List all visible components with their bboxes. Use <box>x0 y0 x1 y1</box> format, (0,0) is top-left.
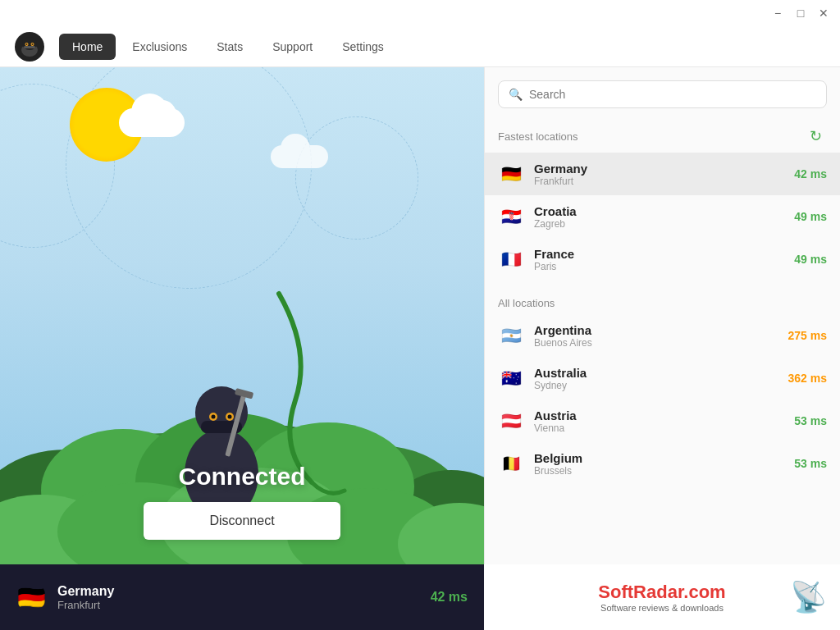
connection-status-label: Connected <box>178 463 305 491</box>
all-locations-header: All locations <box>485 287 840 314</box>
nav-stats[interactable]: Stats <box>203 34 256 60</box>
location-city-germany: Frankfurt <box>534 176 784 187</box>
location-info-australia: Australia Sydney <box>534 366 778 391</box>
location-city-australia: Sydney <box>534 380 778 391</box>
flag-australia: 🇦🇺 <box>498 365 524 391</box>
fastest-locations-header: Fastest locations ↻ <box>485 115 840 153</box>
status-city: Frankfurt <box>57 599 419 611</box>
ping-germany: 42 ms <box>794 167 827 180</box>
location-info-france: France Paris <box>534 247 784 272</box>
all-locations-title: All locations <box>498 297 555 309</box>
ping-australia: 362 ms <box>788 372 827 385</box>
nav-home[interactable]: Home <box>59 34 116 60</box>
flag-austria: 🇦🇹 <box>498 408 524 434</box>
close-button[interactable]: ✕ <box>814 3 833 23</box>
location-city-france: Paris <box>534 261 784 272</box>
search-input[interactable] <box>529 88 816 101</box>
flag-germany: 🇩🇪 <box>498 161 524 187</box>
status-bar: 🇩🇪 Germany Frankfurt 42 ms <box>0 564 484 630</box>
search-box[interactable]: 🔍 <box>498 80 827 108</box>
location-info-argentina: Argentina Buenos Aires <box>534 323 778 349</box>
status-country-info: Germany Frankfurt <box>57 584 419 611</box>
flag-belgium: 🇧🇪 <box>498 450 524 477</box>
location-name-croatia: Croatia <box>534 204 784 218</box>
disconnect-button[interactable]: Disconnect <box>144 502 340 540</box>
maximize-button[interactable]: □ <box>791 3 810 23</box>
search-icon: 🔍 <box>509 88 523 101</box>
location-info-belgium: Belgium Brussels <box>534 451 784 477</box>
status-country-name: Germany <box>57 584 419 599</box>
location-city-austria: Vienna <box>534 422 784 434</box>
location-info-croatia: Croatia Zagreb <box>534 204 784 230</box>
refresh-button[interactable]: ↻ <box>804 125 827 148</box>
search-container: 🔍 <box>485 67 840 115</box>
fastest-locations-title: Fastest locations <box>498 130 578 143</box>
ping-argentina: 275 ms <box>788 329 827 342</box>
location-item-austria[interactable]: 🇦🇹 Austria Vienna 53 ms <box>485 399 840 442</box>
nav-bar: Home Exclusions Stats Support Settings <box>0 26 840 67</box>
minimize-button[interactable]: − <box>768 3 788 23</box>
nav-settings[interactable]: Settings <box>329 34 397 60</box>
ping-croatia: 49 ms <box>794 210 827 223</box>
ping-belgium: 53 ms <box>794 457 827 470</box>
location-item-australia[interactable]: 🇦🇺 Australia Sydney 362 ms <box>485 357 840 399</box>
location-item-belgium[interactable]: 🇧🇪 Belgium Brussels 53 ms <box>485 442 840 485</box>
svg-point-27 <box>228 415 232 419</box>
right-panel: 🔍 Fastest locations ↻ 🇩🇪 Germany Frankfu… <box>484 67 840 630</box>
status-ping: 42 ms <box>431 590 468 605</box>
location-name-belgium: Belgium <box>534 451 784 465</box>
location-item-france[interactable]: 🇫🇷 France Paris 49 ms <box>485 238 840 281</box>
flag-france: 🇫🇷 <box>498 246 524 272</box>
location-city-croatia: Zagreb <box>534 218 784 230</box>
watermark-subtitle: Software reviews & downloads <box>600 603 724 613</box>
location-info-austria: Austria Vienna <box>534 409 784 434</box>
location-name-argentina: Argentina <box>534 323 778 337</box>
location-name-germany: Germany <box>534 162 784 176</box>
ping-austria: 53 ms <box>794 414 827 427</box>
location-name-austria: Austria <box>534 409 784 422</box>
watermark-icon: 📡 <box>790 580 827 614</box>
location-name-france: France <box>534 247 784 261</box>
flag-argentina: 🇦🇷 <box>498 322 524 349</box>
svg-rect-3 <box>24 46 35 48</box>
watermark-title: SoftRadar.com <box>598 582 725 603</box>
cloud-1 <box>119 108 185 137</box>
ping-france: 49 ms <box>794 253 827 266</box>
location-info-germany: Germany Frankfurt <box>534 162 784 187</box>
location-item-germany[interactable]: 🇩🇪 Germany Frankfurt 42 ms <box>485 153 840 195</box>
location-name-australia: Australia <box>534 366 778 380</box>
svg-point-6 <box>26 43 28 45</box>
main-panel: Connected Disconnect 🇩🇪 Germany Frankfur… <box>0 67 484 630</box>
location-item-argentina[interactable]: 🇦🇷 Argentina Buenos Aires 275 ms <box>485 314 840 357</box>
app-logo <box>13 30 46 63</box>
status-flag: 🇩🇪 <box>16 582 46 612</box>
title-bar: − □ ✕ <box>0 0 840 26</box>
nav-exclusions[interactable]: Exclusions <box>119 34 200 60</box>
nav-support[interactable]: Support <box>259 34 326 60</box>
location-city-argentina: Buenos Aires <box>534 337 778 349</box>
cloud-2 <box>271 145 328 168</box>
svg-point-7 <box>32 43 34 45</box>
deco-circle-3 <box>295 116 418 240</box>
watermark: SoftRadar.com Software reviews & downloa… <box>484 564 840 630</box>
location-item-croatia[interactable]: 🇭🇷 Croatia Zagreb 49 ms <box>485 195 840 238</box>
location-city-belgium: Brussels <box>534 465 784 477</box>
svg-point-26 <box>212 415 216 419</box>
flag-croatia: 🇭🇷 <box>498 203 524 230</box>
